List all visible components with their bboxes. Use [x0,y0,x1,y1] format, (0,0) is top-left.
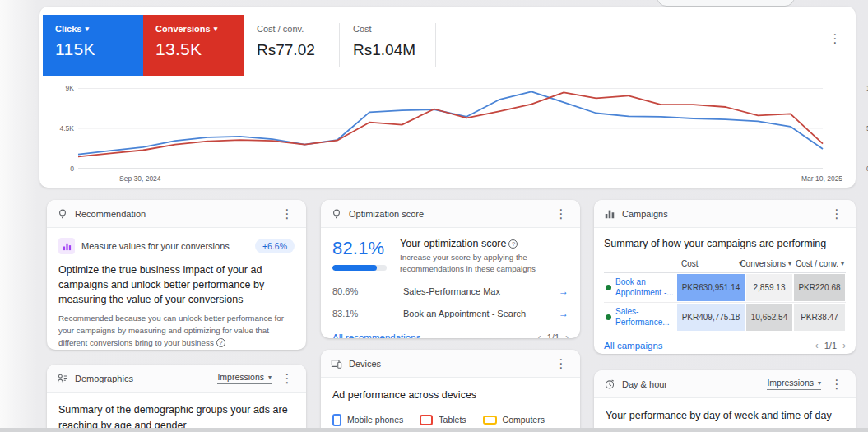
chevron-down-icon: ▾ [268,374,272,381]
day-hour-description: Your performance by day of week and time… [606,408,844,424]
campaign-name-link[interactable]: Sales-Performance... [604,303,676,332]
x-axis-start-label: Sep 30, 2024 [119,174,161,183]
conversions-cell: 2,859.13 [746,274,792,301]
score-info: Your optimization score? Increase your s… [400,238,569,275]
more-options-icon[interactable]: ⋮ [828,375,846,393]
card-title: Optimization score [349,209,424,219]
more-options-icon[interactable]: ⋮ [552,355,570,373]
page-next-icon[interactable]: › [565,332,569,338]
mobile-phone-icon [332,414,341,426]
sort-caret-icon: ▾ [788,260,791,267]
campaign-score-row: 80.6% Sales-Performance Max → [332,286,569,297]
more-options-icon[interactable]: ⋮ [278,369,296,388]
uplift-badge: +6.6% [255,239,295,253]
card-header: Demographics Impressions▾ ⋮ [47,365,306,393]
sort-caret-icon: ▾ [841,260,844,267]
metric-dropdown[interactable]: Impressions▾ [767,378,821,390]
lightbulb-icon [331,208,342,220]
metric-dropdown[interactable]: Impressions▾ [217,372,272,384]
page-indicator: 1/1 [547,332,559,338]
lightbulb-icon [57,208,68,220]
legend-item-mobile[interactable]: Mobile phones [332,414,403,426]
metric-tile-value: 115K [55,39,143,59]
pagination: ‹ 1/1 › [538,332,569,338]
metric-tile-clicks[interactable]: Clicks ▾ 115K [43,15,143,76]
performance-summary-card: Clicks ▾ 115K Conversions ▾ 13.5K Cost /… [39,7,856,188]
y-axis-tick-left: 0 [54,165,74,173]
score-title: Your optimization score? [400,238,569,249]
help-icon[interactable]: ? [216,338,225,347]
card-title: Devices [349,359,381,369]
page-next-icon[interactable]: › [842,340,846,351]
recommendation-item: Measure values for your conversions +6.6… [58,238,295,254]
column-header-cost-conv[interactable]: Cost / conv.▾ [793,259,846,268]
chevron-down-icon: ▾ [214,25,218,33]
card-title: Demographics [75,374,133,383]
cost-cell: PKR630,951.14 [677,274,745,301]
y-axis-tick-left: 4.5K [48,124,74,132]
card-header: Campaigns ⋮ [594,200,856,228]
line-chart-svg [78,88,823,169]
demographics-icon [57,373,68,384]
table-row: Sales-Performance... PKR409,775.18 10,65… [604,303,846,332]
devices-icon [331,358,342,369]
campaign-score-name: Sales-Performance Max [403,286,500,296]
measure-values-icon [58,238,75,254]
arrow-right-icon[interactable]: → [559,286,569,297]
card-title: Day & hour [622,379,667,389]
card-title: Recommendation [75,209,146,219]
score-subtitle: Increase your score by applying the reco… [400,252,569,275]
recommendation-title: Optimize the true business impact of you… [58,262,295,307]
card-header: Day & hour Impressions▾ ⋮ [594,370,856,398]
cutoff-toolbar-button[interactable] [657,0,795,7]
more-options-icon[interactable]: ⋮ [826,30,844,48]
devices-legend: Mobile phones Tablets Computers [332,414,569,426]
more-options-icon[interactable]: ⋮ [278,205,296,223]
tablet-icon [420,415,433,425]
campaign-score-row: 83.1% Book an Appointment - Search → [332,308,569,319]
campaign-name-link[interactable]: Book an Appointment -... [604,273,676,302]
optimization-score-card: Optimization score ⋮ 82.1% Your optimiza… [321,200,580,338]
metric-value: Rs1.04M [353,41,435,59]
more-options-icon[interactable]: ⋮ [828,205,846,223]
column-header-conversions[interactable]: Conversions▾ [745,259,793,268]
page-prev-icon[interactable]: ‹ [815,340,819,351]
campaign-score-pct: 80.6% [332,286,403,296]
column-header-cost[interactable]: Cost▾ [676,259,745,268]
bar-chart-icon [604,208,615,220]
page-prev-icon[interactable]: ‹ [538,332,541,338]
series-line-conversions [78,92,823,156]
more-options-icon[interactable]: ⋮ [552,205,570,223]
legend-item-computer[interactable]: Computers [483,415,545,425]
pagination: ‹ 1/1 › [815,340,846,351]
table-row: Book an Appointment -... PKR630,951.14 2… [604,273,846,303]
metric-cost-per-conv[interactable]: Cost / conv. Rs77.02 [244,15,339,76]
campaigns-card: Campaigns ⋮ Summary of how your campaign… [594,200,856,354]
metric-label: Cost / conv. [257,24,339,34]
y-axis-tick-left: 9K [54,84,74,92]
metric-cost[interactable]: Cost Rs1.04M [340,15,435,76]
cost-conv-cell: PKR220.68 [794,274,845,301]
devices-card: Devices ⋮ Ad performance across devices … [321,350,580,432]
metric-tile-label: Conversions [155,24,211,34]
legend-item-tablet[interactable]: Tablets [420,415,466,425]
metric-tile-label: Clicks [55,24,81,34]
score-progress-fill [332,265,377,271]
card-header: Optimization score ⋮ [321,200,580,228]
all-campaigns-link[interactable]: All campaigns [604,341,663,351]
x-axis-end-label: Mar 10, 2025 [801,174,842,183]
series-line-clicks [78,91,823,154]
column-header-blank [604,259,676,268]
card-header: Recommendation ⋮ [47,200,306,228]
chevron-down-icon: ▾ [818,379,821,387]
optimization-score-value: 82.1% [332,238,387,259]
clock-icon [604,379,615,390]
arrow-right-icon[interactable]: → [559,308,569,319]
all-recommendations-link[interactable]: All recommendations [332,332,420,338]
help-icon[interactable]: ? [508,239,518,249]
computer-icon [483,416,497,425]
chevron-down-icon: ▾ [85,25,89,33]
recommendation-item-label: Measure values for your conversions [81,241,230,251]
metric-tile-conversions[interactable]: Conversions ▾ 13.5K [143,15,244,76]
metric-label: Cost [353,24,435,34]
